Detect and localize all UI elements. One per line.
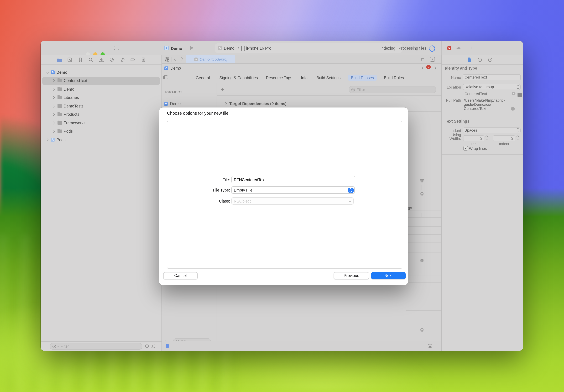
disclosure-right-icon[interactable] — [52, 121, 55, 124]
class-placeholder: NSObject — [234, 199, 251, 203]
tab-resource-tags[interactable]: Resource Tags — [265, 75, 293, 81]
tab-build-rules[interactable]: Build Rules — [382, 75, 406, 81]
disclosure-down-icon[interactable] — [46, 71, 49, 74]
find-navigator-icon[interactable] — [88, 57, 93, 62]
delete-phase-icon[interactable] — [420, 259, 424, 264]
tab-width-stepper[interactable] — [486, 136, 487, 140]
nav-item-pods-group[interactable]: Pods — [42, 127, 160, 135]
file-type-popup[interactable]: Empty File — [231, 186, 355, 194]
issue-next-icon[interactable] — [434, 67, 436, 70]
delete-phase-icon[interactable] — [420, 178, 424, 183]
project-row-demo[interactable]: A Demo — [164, 102, 181, 106]
error-badge-icon[interactable]: × — [447, 46, 451, 50]
history-inspector-icon[interactable] — [478, 57, 482, 62]
file-inspector-icon[interactable] — [467, 57, 471, 62]
toggle-navigator-icon[interactable] — [114, 46, 119, 50]
project-navigator-icon[interactable] — [57, 57, 62, 62]
editor-tab-strip: A Demo.xcodeproj + — [162, 55, 441, 64]
indent-width-stepper[interactable] — [517, 136, 518, 140]
clear-group-icon[interactable]: × — [512, 92, 515, 95]
help-inspector-icon[interactable]: ? — [488, 57, 492, 62]
fullpath-line: CenteredText — [464, 106, 486, 111]
breakpoint-navigator-icon[interactable] — [130, 57, 135, 62]
nav-item-libraries[interactable]: Libraries — [42, 94, 160, 101]
nav-item-demo-project[interactable]: A Demo — [42, 68, 160, 76]
navigator-filter-field[interactable]: Filter — [50, 343, 142, 350]
delete-phase-icon[interactable] — [420, 328, 424, 333]
tab-build-settings[interactable]: Build Settings — [314, 75, 343, 81]
run-button[interactable] — [190, 46, 193, 50]
nav-item-pods-project[interactable]: A Pods — [42, 136, 160, 144]
reveal-path-icon[interactable]: → — [511, 107, 515, 111]
separator — [406, 282, 441, 283]
row-target-dependencies[interactable]: Target Dependencies (0 items) — [224, 102, 287, 106]
indent-width-field[interactable]: 2 — [493, 135, 515, 141]
report-navigator-icon[interactable] — [141, 57, 146, 62]
toggle-targets-column-icon[interactable] — [163, 75, 168, 79]
tab-info[interactable]: Info — [300, 75, 309, 81]
device-icon — [241, 46, 245, 51]
tab-signing-capabilities[interactable]: Signing & Capabilities — [218, 75, 259, 81]
add-build-phase-icon[interactable]: + — [221, 86, 224, 92]
wrap-lines-checkbox[interactable]: ✓ — [464, 146, 468, 151]
next-button[interactable]: Next — [371, 272, 406, 279]
file-name-input[interactable]: RTNCenteredText — [231, 176, 355, 183]
breakpoint-status-icon[interactable] — [166, 344, 169, 348]
breadcrumb[interactable]: Demo — [170, 66, 181, 70]
name-field[interactable]: CenteredText — [463, 74, 521, 80]
issue-badge-icon[interactable]: × — [426, 65, 431, 69]
issue-previous-icon[interactable] — [422, 67, 425, 70]
disclosure-right-icon[interactable] — [52, 79, 55, 82]
choose-folder-icon[interactable] — [518, 93, 522, 97]
nav-item-demotests[interactable]: DemoTests — [42, 102, 160, 110]
breadcrumb-project-icon: A — [164, 66, 168, 70]
tab-demo-xcodeproj[interactable]: A Demo.xcodeproj — [186, 55, 235, 63]
tab-general[interactable]: General — [195, 75, 211, 81]
add-file-icon[interactable]: + — [43, 343, 46, 349]
swap-editor-icon[interactable] — [420, 57, 425, 61]
xcode-cloud-icon[interactable]: ☁ — [456, 44, 461, 50]
disclosure-right-icon[interactable] — [52, 105, 55, 108]
source-control-filter-icon[interactable]: +- — [151, 344, 155, 348]
tabstrip-divider-2 — [427, 56, 427, 62]
scheme-target[interactable]: Demo — [224, 46, 234, 50]
add-toolbar-icon[interactable]: + — [470, 45, 473, 51]
back-icon[interactable] — [174, 57, 178, 61]
recent-files-icon[interactable] — [145, 344, 149, 348]
nav-item-centeredtext[interactable]: CenteredText — [42, 77, 160, 84]
separator — [406, 301, 441, 301]
toggle-debug-area-icon[interactable] — [428, 344, 432, 347]
delete-phase-icon[interactable] — [420, 192, 424, 197]
class-combo[interactable]: NSObject — [231, 197, 354, 205]
folder-icon — [57, 113, 62, 116]
debug-navigator-icon[interactable] — [120, 57, 125, 62]
bookmark-navigator-icon[interactable] — [78, 57, 83, 62]
related-items-grid-icon[interactable] — [165, 57, 169, 62]
build-phases-filter-field[interactable]: Filter — [349, 86, 436, 93]
disclosure-right-icon[interactable] — [52, 130, 55, 133]
disclosure-right-icon[interactable] — [52, 96, 55, 99]
scheme-device[interactable]: iPhone 16 Pro — [246, 46, 271, 50]
add-editor-icon[interactable]: + — [430, 57, 435, 61]
forward-icon[interactable] — [179, 57, 183, 61]
tab-width-field[interactable]: 2 — [463, 135, 484, 141]
activity-status: Indexing | Processing files — [344, 46, 426, 50]
file-name-value: RTNCenteredText — [234, 178, 265, 182]
indent-using-popup[interactable]: Spaces — [463, 127, 521, 133]
disclosure-right-icon[interactable] — [52, 113, 55, 116]
test-navigator-icon[interactable] — [109, 57, 114, 62]
disclosure-right-icon[interactable] — [52, 88, 55, 91]
nav-item-frameworks[interactable]: Frameworks — [42, 119, 160, 127]
disclosure-right-icon[interactable] — [224, 102, 227, 105]
location-popup[interactable]: Relative to Group — [463, 84, 521, 90]
nav-item-products[interactable]: Products — [42, 110, 160, 118]
disclosure-right-icon[interactable] — [46, 138, 49, 141]
nav-item-demo-group[interactable]: Demo — [42, 85, 160, 93]
window-toolbar: A Demo A Demo iPhone 16 Pro Indexing | P… — [41, 41, 523, 56]
project-section-label: PROJECT — [165, 90, 182, 94]
previous-button[interactable]: Previous — [334, 272, 369, 279]
source-control-navigator-icon[interactable] — [67, 57, 72, 62]
cancel-button[interactable]: Cancel — [163, 272, 198, 279]
tab-build-phases[interactable]: Build Phases — [348, 75, 377, 81]
issue-navigator-icon[interactable] — [99, 57, 104, 62]
